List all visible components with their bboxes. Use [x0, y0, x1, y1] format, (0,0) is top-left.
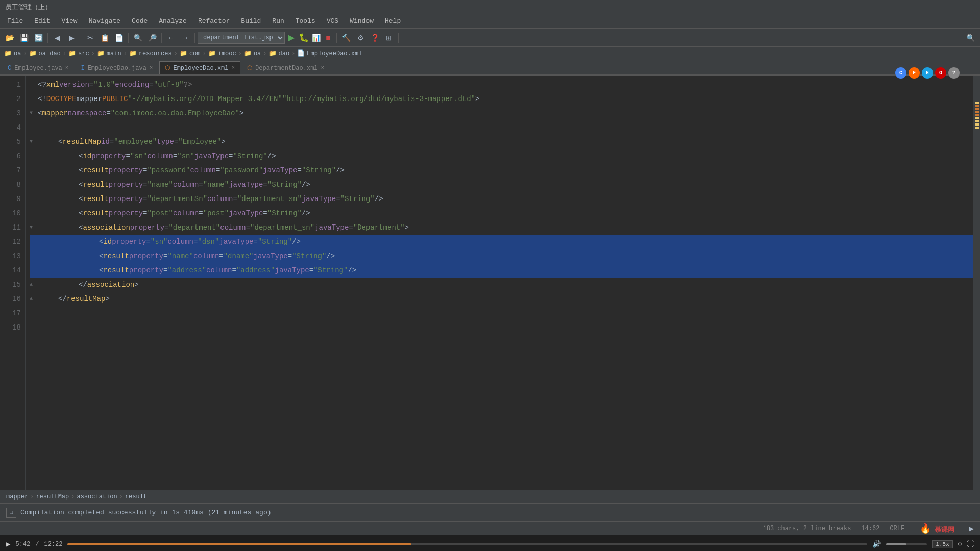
replace-btn[interactable]: 🔎: [145, 31, 159, 44]
open-btn[interactable]: 📂: [3, 31, 16, 44]
video-settings-icon[interactable]: ⚙: [958, 540, 962, 548]
fold-16[interactable]: ▲: [30, 292, 38, 306]
menu-item-navigate[interactable]: Navigate: [84, 16, 126, 26]
tab-close-employeedao-xml[interactable]: ×: [232, 65, 235, 71]
menu-item-help[interactable]: Help: [380, 16, 406, 26]
nav-back-btn[interactable]: ←: [164, 31, 178, 44]
run-btn[interactable]: ▶: [286, 32, 297, 43]
bc-sep3: ›: [91, 50, 95, 57]
bc-resources[interactable]: 📁 resources: [129, 49, 172, 57]
tab-close-departmentdao-xml[interactable]: ×: [321, 65, 325, 71]
gutter-mark-1: [975, 102, 979, 104]
other-browser-icon[interactable]: ?: [948, 67, 960, 79]
tab-employeedao-xml[interactable]: ⬡ EmployeeDao.xml ×: [159, 61, 240, 74]
video-total-time: 12:22: [44, 541, 62, 548]
status-encoding: CRLF: [890, 525, 904, 532]
copy-btn[interactable]: 📋: [98, 31, 111, 44]
editor-breadcrumb: mapper › resultMap › association › resul…: [0, 490, 980, 503]
menu-item-refactor[interactable]: Refactor: [193, 16, 235, 26]
code-content[interactable]: <?xml version="1.0" encoding="utf-8" ?> …: [26, 76, 980, 490]
firefox-icon[interactable]: F: [909, 67, 920, 79]
menu-item-build[interactable]: Build: [236, 16, 266, 26]
tab-close-employee-java[interactable]: ×: [65, 65, 69, 71]
bc-oa2[interactable]: 📁 oa: [244, 49, 261, 57]
bc-sep1: ›: [23, 50, 27, 57]
editor-bc-sep3: ›: [119, 493, 123, 500]
paste-btn[interactable]: 📄: [112, 31, 126, 44]
xml-icon-2: ⬡: [247, 64, 252, 72]
forward-btn[interactable]: ▶: [65, 31, 78, 44]
save-btn[interactable]: 💾: [17, 31, 31, 44]
back-btn[interactable]: ◀: [51, 31, 64, 44]
sync-btn[interactable]: 🔄: [32, 31, 45, 44]
video-progress-bar[interactable]: [67, 543, 867, 545]
bc-dao[interactable]: 📁 dao: [269, 49, 290, 57]
bc-com-label: com: [189, 50, 201, 57]
code-line-9: <result property="departmentSn" column="…: [30, 192, 976, 206]
tab-employeedao-java[interactable]: I EmployeeDao.java ×: [75, 61, 158, 74]
tab-departmentdao-xml[interactable]: ⬡ DepartmentDao.xml ×: [241, 61, 330, 74]
java-icon-2: I: [81, 65, 84, 72]
volume-bar[interactable]: [886, 543, 927, 545]
menu-item-edit[interactable]: Edit: [29, 16, 55, 26]
bc-file[interactable]: 📄 EmployeeDao.xml: [297, 49, 362, 57]
sep4: [161, 33, 162, 43]
nav-fwd-btn[interactable]: →: [179, 31, 192, 44]
menu-item-code[interactable]: Code: [127, 16, 153, 26]
folder-icon-oa: 📁: [4, 49, 12, 57]
run-config-dropdown[interactable]: department_list.jsp: [198, 32, 285, 44]
gutter-mark-6: [975, 117, 979, 119]
fold-11[interactable]: ▼: [30, 220, 38, 235]
bc-oa[interactable]: 📁 oa: [4, 49, 21, 57]
menu-item-view[interactable]: View: [56, 16, 82, 26]
opera-icon[interactable]: O: [935, 67, 946, 79]
bc-src[interactable]: 📁 src: [68, 49, 89, 57]
code-line-4: [30, 120, 976, 135]
sep2: [81, 33, 81, 43]
folder-icon-imooc: 📁: [208, 49, 216, 57]
tab-employee-java[interactable]: C Employee.java ×: [2, 61, 74, 74]
video-speed-display[interactable]: 1.5x: [932, 540, 952, 548]
bc-com[interactable]: 📁 com: [180, 49, 201, 57]
line-numbers: 1 2 3 4 5 6 7 8 9 10 11 12 13 14 15 16 1…: [0, 76, 26, 490]
menu-item-vcs[interactable]: VCS: [322, 16, 344, 26]
tab-bar: C Employee.java × I EmployeeDao.java × ⬡…: [0, 60, 980, 76]
video-volume-icon[interactable]: 🔊: [872, 540, 881, 548]
menu-item-window[interactable]: Window: [345, 16, 379, 26]
bc-main[interactable]: 📁 main: [97, 49, 121, 57]
menu-item-file[interactable]: File: [2, 16, 28, 26]
next-arrow[interactable]: ▶: [969, 523, 974, 534]
bc-oa-dao[interactable]: 📁 oa_dao: [29, 49, 61, 57]
code-line-13: <result property="name" column="dname" j…: [30, 249, 976, 263]
editor-bc-sep2: ›: [71, 493, 75, 500]
bc-sep4: ›: [124, 50, 127, 57]
bc-imooc[interactable]: 📁 imooc: [208, 49, 236, 57]
video-play-btn[interactable]: ▶: [6, 540, 10, 548]
layout-btn[interactable]: ⊞: [382, 31, 396, 44]
build-btn[interactable]: 🔨: [339, 31, 353, 44]
ie-icon[interactable]: E: [922, 67, 933, 79]
watermark-text: 慕课网: [935, 526, 954, 534]
tab-close-employeedao-java[interactable]: ×: [150, 65, 153, 71]
menu-item-analyze[interactable]: Analyze: [154, 16, 192, 26]
debug-btn[interactable]: 🐛: [298, 32, 309, 43]
code-line-17: [30, 306, 976, 320]
fold-3[interactable]: ▼: [30, 106, 38, 120]
menu-item-run[interactable]: Run: [267, 16, 289, 26]
menu-item-tools[interactable]: Tools: [290, 16, 321, 26]
find-btn[interactable]: 🔍: [131, 31, 144, 44]
video-fullscreen-icon[interactable]: ⛶: [967, 540, 974, 548]
coverage-btn[interactable]: 📊: [310, 32, 322, 43]
settings-btn[interactable]: ⚙: [354, 31, 367, 44]
code-area[interactable]: 1 2 3 4 5 6 7 8 9 10 11 12 13 14 15 16 1…: [0, 76, 980, 490]
editor: 1 2 3 4 5 6 7 8 9 10 11 12 13 14 15 16 1…: [0, 76, 980, 503]
stop-btn[interactable]: ■: [323, 32, 334, 43]
cut-btn[interactable]: ✂: [84, 31, 97, 44]
status-bar: 183 chars, 2 line breaks 14:62 CRLF 🔥 慕课…: [0, 521, 980, 535]
search-everywhere-btn[interactable]: 🔍: [964, 31, 977, 44]
help-btn[interactable]: ❓: [368, 31, 381, 44]
fold-15[interactable]: ▲: [30, 278, 38, 292]
chrome-icon[interactable]: C: [895, 67, 906, 79]
fold-5[interactable]: ▼: [30, 135, 38, 149]
folder-icon-dao: 📁: [269, 49, 277, 57]
